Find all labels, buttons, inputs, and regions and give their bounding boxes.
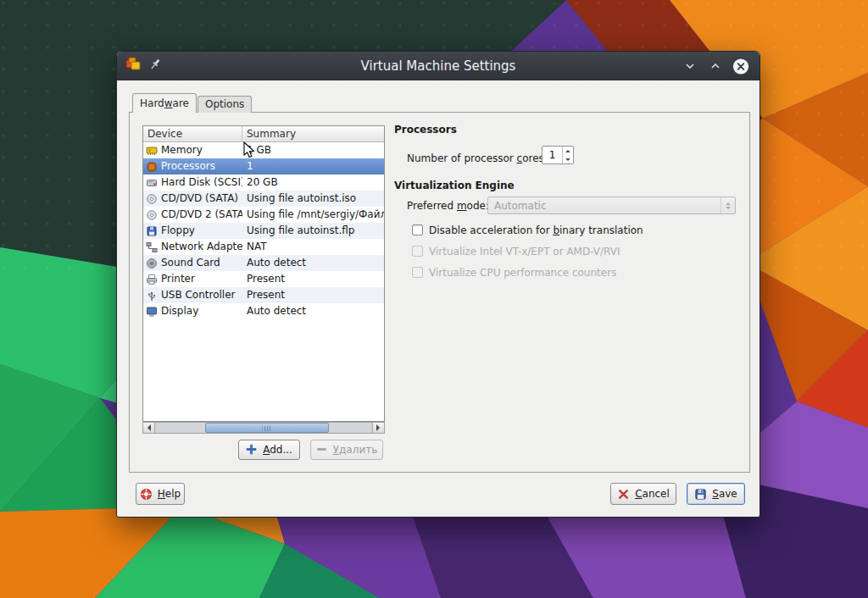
cb0-label-start: Disable acceleration for: [429, 224, 553, 236]
dropdown-arrows-icon: [721, 197, 735, 213]
table-row-processors[interactable]: Processors 1: [143, 158, 384, 174]
add-label-end: dd...: [270, 444, 292, 456]
tab-options[interactable]: Options: [198, 96, 252, 113]
device-cell: Display: [143, 303, 242, 319]
device-cell: Memory: [143, 142, 242, 158]
scroll-left-arrow[interactable]: [143, 423, 155, 433]
printer-icon: [146, 274, 158, 285]
add-button-label: Add...: [263, 444, 292, 456]
table-row-cd-dvd[interactable]: CD/DVD (SATA) Using file autoinst.iso: [143, 191, 384, 207]
help-label-end: elp: [165, 488, 181, 500]
checkbox-label: Virtualize CPU performance counters: [429, 267, 616, 279]
device-name: Processors: [161, 158, 215, 174]
summary-cell: Present: [242, 271, 384, 287]
summary-cell: Present: [242, 287, 384, 303]
device-cell: CD/DVD (SATA): [143, 191, 242, 207]
checkbox-disable-acceleration[interactable]: Disable acceleration for binary translat…: [412, 224, 643, 236]
device-cell: Network Adapter: [143, 239, 242, 255]
sound-icon: [146, 257, 158, 269]
cores-label-start: Number of processor: [407, 152, 517, 164]
table-row-printer[interactable]: Printer Present: [143, 271, 384, 287]
device-column-header: Device: [143, 126, 242, 141]
save-button[interactable]: Save: [687, 483, 745, 505]
cancel-button-label: Cancel: [635, 488, 670, 500]
checkbox-box[interactable]: [412, 224, 423, 235]
scrollbar-track[interactable]: [155, 423, 372, 433]
table-header: Device Summary: [143, 126, 384, 142]
table-row-hard-disk[interactable]: Hard Disk (SCSI) 20 GB: [143, 174, 384, 191]
device-name: Display: [161, 303, 198, 319]
scrollbar-thumb[interactable]: [205, 423, 329, 433]
tab-bar: Hardware Options: [132, 93, 253, 113]
device-name: Sound Card: [161, 255, 220, 271]
summary-cell: Using file autoinst.flp: [242, 223, 384, 239]
floppy-icon: [146, 225, 158, 237]
device-name: CD/DVD 2 (SATA): [161, 207, 242, 223]
cancel-button[interactable]: Cancel: [610, 483, 676, 505]
minus-icon: [316, 444, 329, 457]
processors-section-title: Processors: [394, 124, 457, 136]
table-row-usb-controller[interactable]: USB Controller Present: [143, 287, 384, 303]
minimize-chevron-down-icon[interactable]: [682, 58, 698, 75]
save-label-end: ave: [719, 488, 737, 500]
preferred-mode-label-end: ode:: [467, 200, 489, 212]
table-row-display[interactable]: Display Auto detect: [143, 303, 384, 319]
virtualization-section-title: Virtualization Engine: [394, 180, 515, 191]
cores-value[interactable]: 1: [542, 147, 562, 163]
checkbox-label: Disable acceleration for binary translat…: [429, 224, 643, 236]
scroll-right-arrow[interactable]: [372, 423, 384, 433]
cores-spinner[interactable]: 1: [542, 146, 574, 164]
checkbox-label: Virtualize Intel VT-x/EPT or AMD-V/RVI: [429, 246, 620, 257]
device-table: Device Summary Memory 1 GB Processors 1: [142, 125, 385, 422]
summary-cell: 1 GB: [242, 142, 384, 158]
memory-icon: [146, 145, 158, 157]
hard-disk-icon: [146, 177, 158, 189]
device-name: Network Adapter: [161, 239, 242, 255]
device-cell: USB Controller: [143, 287, 242, 303]
device-cell: Floppy: [143, 223, 242, 239]
add-button[interactable]: Add...: [238, 440, 300, 460]
remove-mnemonic: У: [333, 444, 339, 456]
hardware-tab-panel: Device Summary Memory 1 GB Processors 1: [129, 112, 750, 473]
tab-hardware-label: Hard: [140, 97, 164, 109]
device-name: Memory: [161, 142, 203, 158]
maximize-chevron-up-icon[interactable]: [707, 58, 724, 75]
spinner-up-icon[interactable]: [563, 147, 573, 155]
summary-cell: Auto detect: [242, 303, 384, 319]
cb0-label-end: inary translation: [559, 224, 643, 236]
cb0-mnemonic: b: [553, 224, 559, 236]
tab-hardware-mnemonic: w: [164, 97, 173, 109]
horizontal-scrollbar[interactable]: [142, 422, 385, 434]
checkbox-virtualize-cpu-counters: Virtualize CPU performance counters: [412, 266, 616, 279]
tab-hardware-label-end: are: [173, 97, 189, 109]
cancel-label-end: ancel: [643, 488, 670, 500]
table-row-cd-dvd-2[interactable]: CD/DVD 2 (SATA) Using file /mnt/sergiy/Ф…: [143, 207, 384, 223]
table-row-sound-card[interactable]: Sound Card Auto detect: [143, 255, 384, 271]
cancel-mnemonic: C: [635, 488, 642, 500]
cd-icon: [146, 209, 158, 221]
help-button[interactable]: Help: [136, 483, 185, 505]
checkbox-virtualize-vtx: Virtualize Intel VT-x/EPT or AMD-V/RVI: [412, 245, 620, 257]
table-row-memory[interactable]: Memory 1 GB: [143, 142, 384, 158]
summary-cell: 20 GB: [242, 174, 384, 191]
checkbox-box: [412, 246, 423, 257]
close-icon[interactable]: [732, 58, 749, 75]
summary-cell: Using file autoinst.iso: [242, 191, 384, 207]
device-cell: CD/DVD 2 (SATA): [143, 207, 242, 223]
device-name: Floppy: [161, 223, 195, 239]
device-name: Hard Disk (SCSI): [161, 174, 242, 191]
spinner-down-icon[interactable]: [563, 155, 573, 163]
cores-label: Number of processor cores:: [407, 152, 548, 164]
device-name: Printer: [161, 271, 195, 287]
checkbox-box: [412, 267, 423, 278]
titlebar[interactable]: Virtual Machine Settings: [117, 52, 760, 80]
table-row-floppy[interactable]: Floppy Using file autoinst.flp: [143, 223, 384, 239]
device-cell: Sound Card: [143, 255, 242, 271]
table-row-network-adapter[interactable]: Network Adapter NAT: [143, 239, 384, 255]
remove-button-label: Удалить: [333, 444, 378, 456]
cd-icon: [146, 193, 158, 205]
tab-hardware[interactable]: Hardware: [132, 93, 197, 113]
save-button-label: Save: [712, 488, 737, 500]
remove-button: Удалить: [310, 440, 383, 460]
remove-label-end: далить: [339, 444, 377, 456]
